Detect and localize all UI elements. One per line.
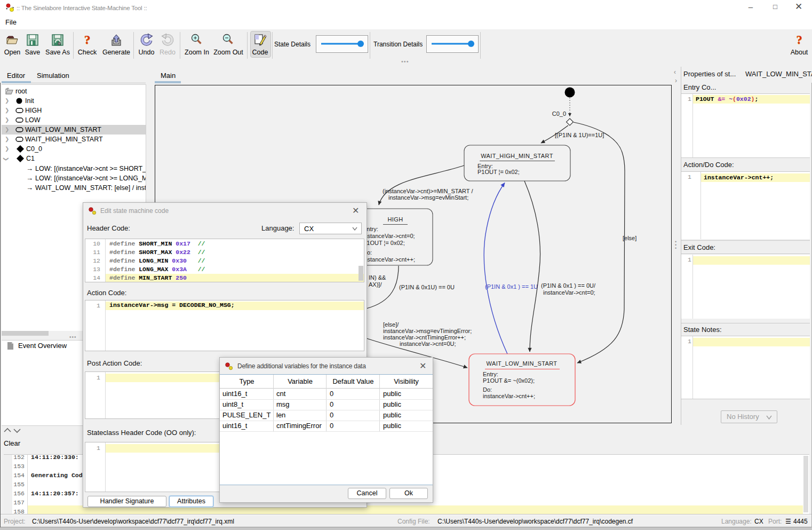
svg-text:P1OUT ¦= 0x02;: P1OUT ¦= 0x02; xyxy=(363,240,405,246)
svg-text:instanceVar->cnt=0U;: instanceVar->cnt=0U; xyxy=(400,341,456,347)
svg-text:instanceVar->msg=evMinStart;: instanceVar->msg=evMinStart; xyxy=(388,194,468,201)
svg-text:[(P1IN & 1U)==1U]: [(P1IN & 1U)==1U] xyxy=(555,132,604,138)
svg-text:instanceVar->cntTimingError++;: instanceVar->cntTimingError++; xyxy=(383,334,466,341)
svg-text:(instanceVar->cnt)>=MIN_START: (instanceVar->cnt)>=MIN_START / xyxy=(383,188,473,194)
svg-text:P1OUT &= ~(0x02);: P1OUT &= ~(0x02); xyxy=(483,377,535,384)
svg-text:instanceVar->msg=evTimingError: instanceVar->msg=evTimingError; xyxy=(383,328,472,334)
svg-text:HIGH: HIGH xyxy=(387,216,403,223)
svg-text:AX)]/: AX)]/ xyxy=(369,281,382,288)
svg-text:Entry:: Entry: xyxy=(483,371,498,377)
svg-text:instanceVar->cnt++;: instanceVar->cnt++; xyxy=(363,256,415,263)
svg-text:[else]/: [else]/ xyxy=(383,321,399,328)
svg-text:instanceVar->cnt++;: instanceVar->cnt++; xyxy=(483,393,535,399)
svg-text:WAIT_LOW_MIN_START: WAIT_LOW_MIN_START xyxy=(487,360,558,367)
svg-text:P1OUT ¦= 0x02;: P1OUT ¦= 0x02; xyxy=(477,169,520,175)
svg-text:IN) &&: IN) && xyxy=(369,274,386,281)
svg-text:(P1IN & 0x1U) == 0U: (P1IN & 0x1U) == 0U xyxy=(399,284,455,290)
svg-text:instanceVar->cnt=0;: instanceVar->cnt=0; xyxy=(363,233,415,239)
svg-text:(P1IN & 0x1 ) == 0U/: (P1IN & 0x1 ) == 0U/ xyxy=(541,282,596,289)
svg-text:C0_0: C0_0 xyxy=(552,110,566,117)
svg-text:Do:: Do: xyxy=(483,386,492,393)
svg-text:[else]: [else] xyxy=(623,235,636,241)
svg-text:instanceVar->cnt=0;: instanceVar->cnt=0; xyxy=(543,289,595,296)
svg-text:(P1IN & 0x1 ) == 1U: (P1IN & 0x1 ) == 1U xyxy=(485,283,538,290)
svg-text:WAIT_HIGH_MIN_START: WAIT_HIGH_MIN_START xyxy=(481,153,553,159)
